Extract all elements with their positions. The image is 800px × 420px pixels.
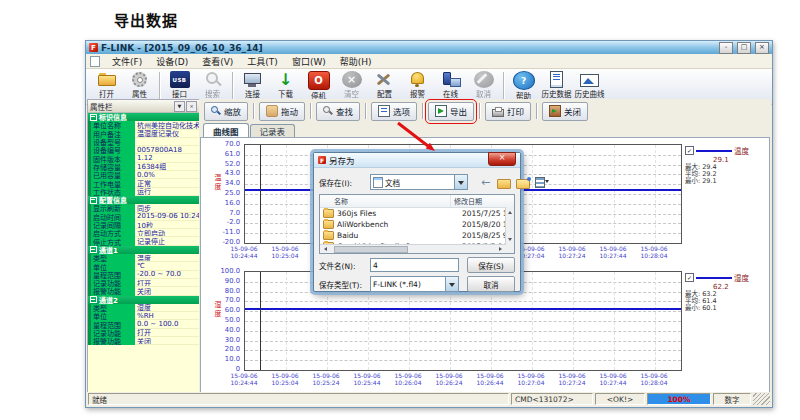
legend-checkbox[interactable]: ✓ [685, 273, 694, 282]
property-row[interactable]: 类型温度 [88, 254, 199, 262]
horizontal-scrollbar[interactable] [320, 244, 514, 253]
property-row[interactable]: 单位%RH [88, 312, 199, 320]
x-tick-label: 15-09-0610:27:24 [550, 372, 594, 386]
property-row[interactable]: 记录功能打开 [88, 279, 199, 287]
new-folder-icon[interactable] [516, 179, 530, 189]
menu-item[interactable]: 工具(T) [240, 54, 285, 68]
minimize-button[interactable]: - [719, 42, 733, 54]
export-icon [435, 105, 447, 117]
combo-dropdown-button[interactable] [454, 175, 467, 189]
status-progress: 100% [647, 393, 711, 405]
close-button[interactable]: × [755, 42, 769, 54]
property-row[interactable]: 固件版本1.12 [88, 154, 199, 162]
property-row[interactable]: 记录间隔10秒 [88, 221, 199, 229]
toolbar-button[interactable]: ?帮助 [507, 70, 540, 101]
usb-interface-icon: USB [170, 71, 190, 88]
property-row[interactable]: 报警功能关闭 [88, 337, 199, 345]
chart-toolbar-button[interactable]: 关闭 [542, 102, 588, 121]
tab-曲线图[interactable]: 曲线图 [203, 123, 249, 137]
property-row[interactable]: 设备编号0057800A18 [88, 146, 199, 154]
menu-item[interactable]: 窗口(W) [285, 54, 333, 68]
property-row[interactable]: 设备型号 [88, 138, 199, 146]
toolbar-button[interactable]: 历史曲线 [573, 70, 606, 99]
toolbar-button[interactable]: 属性 [123, 70, 156, 99]
back-arrow-icon[interactable]: ← [479, 176, 492, 188]
property-row[interactable]: 存储容量16384组 [88, 163, 199, 171]
property-row[interactable]: 量程范围0.0 ~ 100.0 [88, 320, 199, 328]
dialog-title-bar: F 另存为 × [314, 153, 520, 168]
menu-item[interactable]: 文件(F) [105, 54, 149, 68]
legend-checkbox[interactable]: ✓ [685, 146, 694, 155]
column-header-name[interactable]: 名称 [320, 195, 451, 207]
property-row[interactable]: 用户备注温湿度记录仪 [88, 130, 199, 138]
cancel-icon [474, 71, 494, 88]
maximize-button[interactable]: □ [737, 42, 751, 54]
toolbar-button[interactable]: ↓下载 [269, 70, 302, 99]
toolbar-button[interactable]: 报警 [401, 70, 434, 99]
property-row[interactable]: 类型湿度 [88, 304, 199, 312]
toolbar-button[interactable]: 连接 [236, 70, 269, 99]
chart-toolbar-button[interactable]: 拖动 [259, 102, 305, 121]
section-header[interactable]: 配置信息 [88, 196, 199, 204]
filename-input[interactable]: 4 [370, 258, 459, 272]
menu-item[interactable]: 查看(V) [195, 54, 240, 68]
view-menu-icon[interactable] [535, 176, 548, 188]
file-row[interactable]: 360js Files2015/7/25 12:0 [320, 208, 514, 219]
up-folder-icon[interactable] [497, 179, 511, 189]
scrollbar-thumb[interactable] [334, 246, 408, 253]
property-row[interactable]: 已用容量0.0% [88, 171, 199, 179]
x-tick-date: 15-09-06 [304, 372, 348, 379]
property-row[interactable]: 单位名称杭州美控自动化技术有限公司 [88, 121, 199, 129]
property-row[interactable]: 启动方式立即启动 [88, 229, 199, 237]
section-header[interactable]: 标识信息 [88, 113, 199, 121]
property-label: 设备编号 [88, 146, 135, 154]
property-row[interactable]: 记录功能打开 [88, 329, 199, 337]
x-tick-time: 10:28:04 [632, 379, 676, 386]
save-button[interactable]: 保存(S) [467, 257, 515, 273]
save-in-combobox[interactable]: 文档 [370, 174, 468, 190]
property-label: 工作电量 [88, 179, 135, 187]
property-row[interactable]: 单位℃ [88, 262, 199, 270]
x-tick-date: 15-09-06 [222, 245, 266, 252]
section-header[interactable]: 通道1 [88, 246, 199, 254]
configure-tools-icon [375, 71, 395, 88]
menu-item[interactable]: 设备(D) [149, 54, 195, 68]
collapse-icon [90, 296, 97, 303]
section-header[interactable]: 通道2 [88, 296, 199, 304]
filetype-combobox[interactable]: F-LINK (*.fl4) [370, 276, 459, 292]
chart-toolbar-button[interactable]: 缩放 [204, 102, 248, 121]
file-row[interactable]: Baidu2015/8/25 9:45 [320, 230, 514, 241]
save-in-label: 保存在(I): [319, 177, 367, 188]
toolbar-button: 取消 [467, 70, 500, 99]
toolbar-button[interactable]: 历史数据 [540, 70, 573, 99]
toolbar-separator [253, 103, 254, 119]
file-row[interactable]: AliWorkbench2015/8/20 15:5 [320, 219, 514, 230]
toolbar-label: 打开 [99, 88, 114, 99]
column-header-date[interactable]: 修改日期 [451, 195, 514, 207]
y-tick-label: 90.0 [206, 278, 240, 285]
tab-记录表[interactable]: 记录表 [250, 124, 296, 137]
chart-toolbar-button[interactable]: 打印 [485, 102, 531, 121]
resize-grip[interactable] [753, 393, 770, 405]
toolbar-button[interactable]: 在线 [434, 70, 467, 99]
property-row[interactable]: 量程范围-20.0 ~ 70.0 [88, 271, 199, 279]
property-row[interactable]: 工作电量正常 [88, 179, 199, 187]
chart-toolbar-button[interactable]: 选项 [371, 102, 417, 121]
cancel-button[interactable]: 取消 [467, 276, 515, 292]
menu-item[interactable]: 帮助(H) [333, 54, 379, 68]
dialog-close-icon[interactable]: × [488, 152, 516, 166]
toolbar-button[interactable]: USB接口 [163, 70, 196, 99]
property-row[interactable]: 启动时间2015-09-06 10:24:34 [88, 213, 199, 221]
toolbar-button[interactable]: O停机 [302, 70, 335, 101]
toolbar-button[interactable]: 打开 [90, 70, 123, 99]
vertical-scrollbar[interactable] [505, 207, 514, 245]
file-name: 360js Files [337, 209, 462, 218]
chart-toolbar-button[interactable]: 查找 [316, 102, 360, 121]
export-button[interactable]: 导出 [428, 102, 474, 121]
panel-close-icon[interactable]: × [186, 101, 197, 112]
property-row[interactable]: 显示刷新同步 [88, 204, 199, 212]
pin-icon[interactable]: ▼ [174, 101, 185, 112]
property-label: 启动方式 [88, 229, 135, 237]
toolbar-button[interactable]: 配置 [368, 70, 401, 99]
combo-dropdown-button[interactable] [445, 277, 458, 291]
